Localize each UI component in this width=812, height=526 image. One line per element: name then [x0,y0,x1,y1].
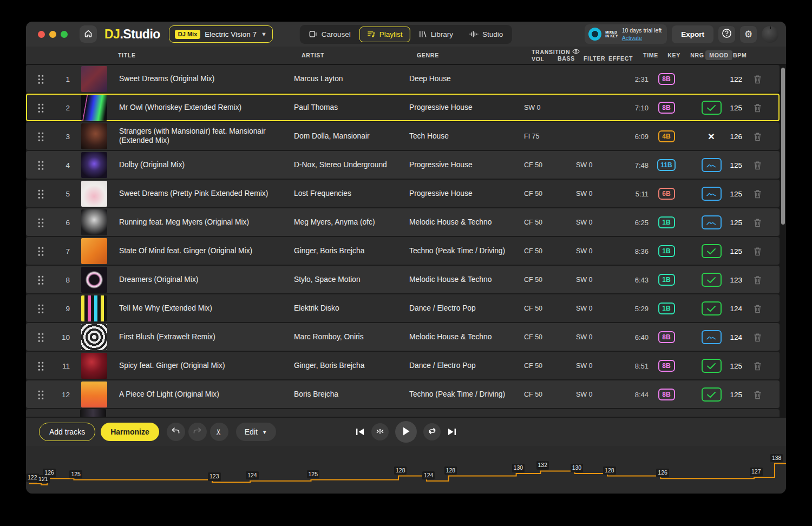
cut-button[interactable]: ✂ [210,423,228,441]
trash-icon[interactable] [742,361,773,371]
trash-icon[interactable] [742,75,773,84]
table-row[interactable]: 4 Dolby (Original Mix) D-Nox, Stereo Und… [26,151,780,179]
trash-icon[interactable] [742,161,773,170]
header-time[interactable]: TIME [640,52,658,58]
mood-indicator[interactable]: ✕ [697,215,725,229]
trash-icon[interactable] [742,132,773,141]
close-window-button[interactable] [38,31,45,38]
add-tracks-button[interactable]: Add tracks [39,423,95,441]
mood-indicator[interactable]: ✕ [697,273,725,287]
harmonize-button[interactable]: Harmonize [101,423,159,441]
tab-library[interactable]: Library [411,27,461,42]
avatar[interactable] [762,26,778,43]
drag-handle-icon[interactable] [37,189,44,199]
header-vol[interactable]: VOL [532,56,558,62]
table-row[interactable]: 11 Spicy feat. Ginger (Original Mix) Gin… [26,352,780,379]
mood-indicator[interactable]: ✕ [697,158,725,172]
drag-handle-icon[interactable] [37,332,44,343]
table-row[interactable]: 8 Dreamers (Original Mix) Stylo, Space M… [26,266,780,293]
trash-icon[interactable] [742,189,773,199]
mood-indicator[interactable]: ✕ [697,187,725,201]
table-row[interactable]: 2 Mr Owl (Whoriskey Extended Remix) Paul… [26,94,780,121]
table-row[interactable]: 3 Strangers (with Mansionair) feat. Mans… [26,122,780,150]
transition-vol[interactable]: CF 50 [524,219,550,227]
trash-icon[interactable] [742,247,773,256]
transition-filter[interactable]: SW 0 [576,305,601,313]
transition-vol[interactable]: FI 75 [524,133,550,141]
transition-vol[interactable]: CF 50 [524,161,550,169]
transition-vol[interactable]: CF 50 [524,276,550,284]
export-button[interactable]: Export [672,25,713,43]
home-button[interactable] [80,25,97,43]
header-artist[interactable]: ARTIST [302,52,417,58]
transition-vol[interactable]: CF 50 [524,391,550,399]
mood-indicator[interactable]: ✕ [697,132,725,142]
transition-vol[interactable]: CF 50 [524,305,550,313]
tab-carousel[interactable]: Carousel [302,27,358,42]
drag-handle-icon[interactable] [37,218,44,228]
drag-handle-icon[interactable] [37,275,44,285]
scrollbar-thumb[interactable] [781,68,785,225]
transition-vol[interactable]: SW 0 [524,104,550,112]
help-button[interactable] [718,26,735,43]
header-genre[interactable]: GENRE [417,52,532,58]
mood-indicator[interactable]: ✕ [697,387,725,402]
bpm-timeline[interactable]: 1221211261251231241251281241281301321301… [26,446,786,494]
transition-filter[interactable]: SW 0 [576,333,601,341]
redo-button[interactable] [188,423,207,441]
transition-filter[interactable]: SW 0 [576,219,601,227]
trash-icon[interactable] [742,275,773,285]
tab-studio[interactable]: Studio [462,27,510,42]
table-row[interactable]: 6 Running feat. Meg Myers (Original Mix)… [26,208,780,236]
mood-indicator[interactable]: ✕ [697,330,725,344]
minimize-window-button[interactable] [49,31,56,38]
trash-icon[interactable] [742,304,773,313]
header-bpm[interactable]: BPM [733,52,750,58]
table-row[interactable]: 7 State Of Mind feat. Ginger (Original M… [26,237,780,265]
trash-icon[interactable] [742,103,773,113]
header-nrg[interactable]: NRG [690,52,705,58]
header-filter[interactable]: FILTER [584,55,608,64]
mood-indicator[interactable]: ✕ [697,244,725,258]
loop-button[interactable] [423,423,441,440]
drag-handle-icon[interactable] [37,361,44,371]
table-row[interactable]: 10 First Blush (Extrawelt Remix) Marc Ro… [26,323,780,351]
transition-filter[interactable]: SW 0 [576,247,601,255]
transition-vol[interactable]: CF 50 [524,190,550,198]
header-key[interactable]: KEY [658,52,690,58]
table-row[interactable]: 1 Sweet Dreams (Original Mix) Marcus Lay… [26,65,780,93]
trash-icon[interactable] [742,333,773,342]
trash-icon[interactable] [742,218,773,227]
mood-indicator[interactable]: ✕ [697,101,725,115]
play-button[interactable] [395,421,417,443]
mood-indicator[interactable]: ✕ [697,301,725,315]
jump-to-transition-button[interactable] [371,423,389,440]
eye-icon[interactable] [572,49,580,55]
header-effect[interactable]: EFFECT [608,55,640,64]
table-row[interactable]: 9 Tell Me Why (Extended Mix) Elektrik Di… [26,294,780,322]
transition-vol[interactable]: CF 50 [524,333,550,341]
drag-handle-icon[interactable] [37,390,44,400]
header-mood[interactable]: MOOD [705,50,733,60]
drag-handle-icon[interactable] [37,246,44,257]
header-bass[interactable]: BASS [558,55,584,64]
zoom-window-button[interactable] [61,31,68,38]
transition-filter[interactable]: SW 0 [576,391,601,399]
drag-handle-icon[interactable] [37,103,44,113]
mix-selector-dropdown[interactable]: DJ Mix Electric Vision 7 ▼ [169,25,273,43]
undo-button[interactable] [167,423,185,441]
edit-dropdown[interactable]: Edit ▼ [236,423,276,441]
table-row[interactable]: 12 A Piece Of Light (Original Mix) Boris… [26,380,780,408]
table-row[interactable]: 5 Sweet Dreams (Pretty Pink Extended Rem… [26,180,780,207]
trash-icon[interactable] [742,390,773,399]
drag-handle-icon[interactable] [37,304,44,314]
transition-vol[interactable]: CF 50 [524,362,550,370]
transition-filter[interactable]: SW 0 [576,276,601,284]
activate-link[interactable]: Activate [622,35,662,41]
table-row-partial[interactable] [26,409,780,417]
transition-vol[interactable]: CF 50 [524,247,550,255]
transition-filter[interactable]: SW 0 [576,161,601,169]
drag-handle-icon[interactable] [37,160,44,170]
drag-handle-icon[interactable] [37,74,44,84]
tab-playlist[interactable]: Playlist [359,27,410,42]
